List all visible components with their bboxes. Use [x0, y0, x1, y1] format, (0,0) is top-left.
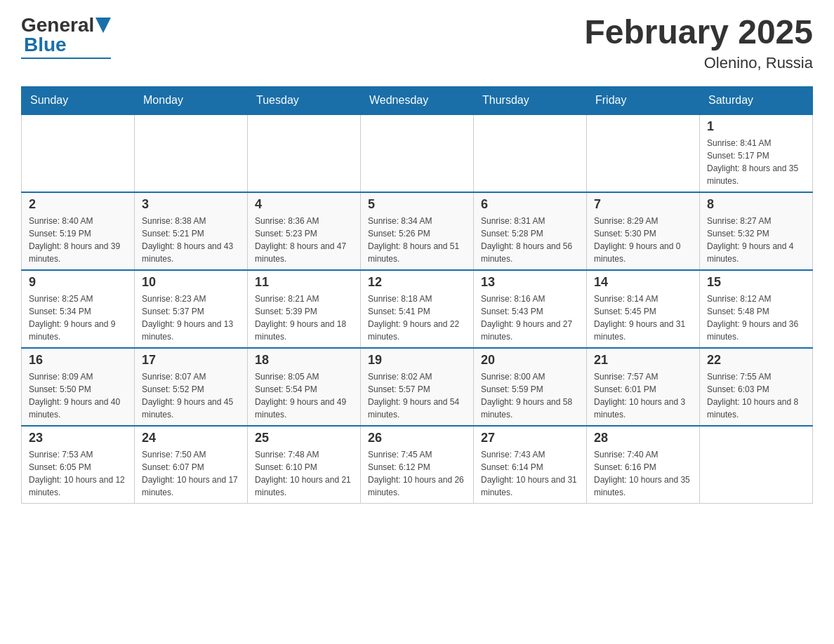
calendar-cell: 17Sunrise: 8:07 AMSunset: 5:52 PMDayligh…: [135, 348, 248, 426]
calendar-week-1: 1Sunrise: 8:41 AMSunset: 5:17 PMDaylight…: [22, 114, 813, 192]
weekday-header-saturday: Saturday: [700, 86, 813, 114]
day-info: Sunrise: 8:36 AMSunset: 5:23 PMDaylight:…: [255, 215, 353, 265]
weekday-header-sunday: Sunday: [22, 86, 135, 114]
calendar-cell: 1Sunrise: 8:41 AMSunset: 5:17 PMDaylight…: [700, 114, 813, 192]
weekday-header-thursday: Thursday: [474, 86, 587, 114]
day-number: 8: [707, 197, 805, 212]
calendar-cell: 23Sunrise: 7:53 AMSunset: 6:05 PMDayligh…: [22, 426, 135, 504]
day-number: 14: [594, 275, 692, 290]
calendar-week-4: 16Sunrise: 8:09 AMSunset: 5:50 PMDayligh…: [22, 348, 813, 426]
month-title: February 2025: [584, 14, 813, 51]
day-info: Sunrise: 8:21 AMSunset: 5:39 PMDaylight:…: [255, 293, 353, 343]
day-number: 16: [29, 353, 127, 368]
day-info: Sunrise: 8:27 AMSunset: 5:32 PMDaylight:…: [707, 215, 805, 265]
calendar-cell: [22, 114, 135, 192]
calendar-cell: 21Sunrise: 7:57 AMSunset: 6:01 PMDayligh…: [587, 348, 700, 426]
day-info: Sunrise: 8:12 AMSunset: 5:48 PMDaylight:…: [707, 293, 805, 343]
logo-blue-text: Blue: [24, 34, 67, 56]
day-info: Sunrise: 7:40 AMSunset: 6:16 PMDaylight:…: [594, 448, 692, 499]
calendar-cell: [587, 114, 700, 192]
calendar-cell: 28Sunrise: 7:40 AMSunset: 6:16 PMDayligh…: [587, 426, 700, 504]
calendar-cell: 6Sunrise: 8:31 AMSunset: 5:28 PMDaylight…: [474, 192, 587, 270]
day-number: 11: [255, 275, 353, 290]
calendar-cell: 24Sunrise: 7:50 AMSunset: 6:07 PMDayligh…: [135, 426, 248, 504]
day-number: 21: [594, 353, 692, 368]
day-info: Sunrise: 7:57 AMSunset: 6:01 PMDaylight:…: [594, 370, 692, 421]
day-number: 17: [142, 353, 240, 368]
weekday-header-monday: Monday: [135, 86, 248, 114]
day-info: Sunrise: 8:18 AMSunset: 5:41 PMDaylight:…: [368, 293, 466, 343]
calendar-week-3: 9Sunrise: 8:25 AMSunset: 5:34 PMDaylight…: [22, 270, 813, 348]
calendar-cell: 27Sunrise: 7:43 AMSunset: 6:14 PMDayligh…: [474, 426, 587, 504]
logo-triangle-icon: [95, 18, 111, 33]
calendar-cell: [361, 114, 474, 192]
calendar-cell: 15Sunrise: 8:12 AMSunset: 5:48 PMDayligh…: [700, 270, 813, 348]
svg-marker-0: [95, 18, 111, 33]
day-info: Sunrise: 8:02 AMSunset: 5:57 PMDaylight:…: [368, 370, 466, 421]
day-number: 7: [594, 197, 692, 212]
day-info: Sunrise: 8:34 AMSunset: 5:26 PMDaylight:…: [368, 215, 466, 265]
day-info: Sunrise: 8:40 AMSunset: 5:19 PMDaylight:…: [29, 215, 127, 265]
day-info: Sunrise: 8:09 AMSunset: 5:50 PMDaylight:…: [29, 370, 127, 421]
day-info: Sunrise: 7:55 AMSunset: 6:03 PMDaylight:…: [707, 370, 805, 421]
calendar-cell: 22Sunrise: 7:55 AMSunset: 6:03 PMDayligh…: [700, 348, 813, 426]
weekday-header-wednesday: Wednesday: [361, 86, 474, 114]
day-info: Sunrise: 8:07 AMSunset: 5:52 PMDaylight:…: [142, 370, 240, 421]
day-number: 24: [142, 431, 240, 445]
calendar-cell: [474, 114, 587, 192]
day-number: 5: [368, 197, 466, 212]
day-info: Sunrise: 8:41 AMSunset: 5:17 PMDaylight:…: [707, 137, 805, 187]
day-info: Sunrise: 8:00 AMSunset: 5:59 PMDaylight:…: [481, 370, 579, 421]
day-number: 1: [707, 119, 805, 134]
day-number: 2: [29, 197, 127, 212]
day-info: Sunrise: 7:43 AMSunset: 6:14 PMDaylight:…: [481, 448, 579, 499]
day-number: 27: [481, 431, 579, 445]
calendar-table: SundayMondayTuesdayWednesdayThursdayFrid…: [21, 86, 813, 504]
calendar-cell: 10Sunrise: 8:23 AMSunset: 5:37 PMDayligh…: [135, 270, 248, 348]
calendar-cell: 18Sunrise: 8:05 AMSunset: 5:54 PMDayligh…: [248, 348, 361, 426]
calendar-cell: 7Sunrise: 8:29 AMSunset: 5:30 PMDaylight…: [587, 192, 700, 270]
day-number: 13: [481, 275, 579, 290]
day-info: Sunrise: 7:53 AMSunset: 6:05 PMDaylight:…: [29, 448, 127, 499]
calendar-week-2: 2Sunrise: 8:40 AMSunset: 5:19 PMDaylight…: [22, 192, 813, 270]
day-number: 26: [368, 431, 466, 445]
day-number: 15: [707, 275, 805, 290]
calendar-cell: 20Sunrise: 8:00 AMSunset: 5:59 PMDayligh…: [474, 348, 587, 426]
day-info: Sunrise: 8:25 AMSunset: 5:34 PMDaylight:…: [29, 293, 127, 343]
calendar-cell: [700, 426, 813, 504]
location: Olenino, Russia: [584, 54, 813, 72]
day-info: Sunrise: 8:05 AMSunset: 5:54 PMDaylight:…: [255, 370, 353, 421]
day-number: 23: [29, 431, 127, 445]
calendar-cell: 2Sunrise: 8:40 AMSunset: 5:19 PMDaylight…: [22, 192, 135, 270]
calendar-cell: [248, 114, 361, 192]
day-number: 18: [255, 353, 353, 368]
calendar-cell: 19Sunrise: 8:02 AMSunset: 5:57 PMDayligh…: [361, 348, 474, 426]
day-number: 19: [368, 353, 466, 368]
day-number: 3: [142, 197, 240, 212]
day-number: 6: [481, 197, 579, 212]
page-header: General Blue February 2025 Olenino, Russ…: [21, 14, 813, 72]
day-number: 12: [368, 275, 466, 290]
calendar-week-5: 23Sunrise: 7:53 AMSunset: 6:05 PMDayligh…: [22, 426, 813, 504]
calendar-cell: 5Sunrise: 8:34 AMSunset: 5:26 PMDaylight…: [361, 192, 474, 270]
day-info: Sunrise: 7:45 AMSunset: 6:12 PMDaylight:…: [368, 448, 466, 499]
day-number: 20: [481, 353, 579, 368]
day-number: 4: [255, 197, 353, 212]
weekday-header-tuesday: Tuesday: [248, 86, 361, 114]
day-info: Sunrise: 8:29 AMSunset: 5:30 PMDaylight:…: [594, 215, 692, 265]
calendar-cell: 8Sunrise: 8:27 AMSunset: 5:32 PMDaylight…: [700, 192, 813, 270]
calendar-cell: 13Sunrise: 8:16 AMSunset: 5:43 PMDayligh…: [474, 270, 587, 348]
calendar-cell: [135, 114, 248, 192]
day-number: 10: [142, 275, 240, 290]
weekday-header-friday: Friday: [587, 86, 700, 114]
day-number: 28: [594, 431, 692, 445]
logo: General Blue: [21, 14, 111, 59]
calendar-cell: 16Sunrise: 8:09 AMSunset: 5:50 PMDayligh…: [22, 348, 135, 426]
day-info: Sunrise: 7:50 AMSunset: 6:07 PMDaylight:…: [142, 448, 240, 499]
calendar-cell: 4Sunrise: 8:36 AMSunset: 5:23 PMDaylight…: [248, 192, 361, 270]
calendar-cell: 12Sunrise: 8:18 AMSunset: 5:41 PMDayligh…: [361, 270, 474, 348]
calendar-cell: 3Sunrise: 8:38 AMSunset: 5:21 PMDaylight…: [135, 192, 248, 270]
calendar-cell: 11Sunrise: 8:21 AMSunset: 5:39 PMDayligh…: [248, 270, 361, 348]
day-info: Sunrise: 8:38 AMSunset: 5:21 PMDaylight:…: [142, 215, 240, 265]
day-info: Sunrise: 8:16 AMSunset: 5:43 PMDaylight:…: [481, 293, 579, 343]
